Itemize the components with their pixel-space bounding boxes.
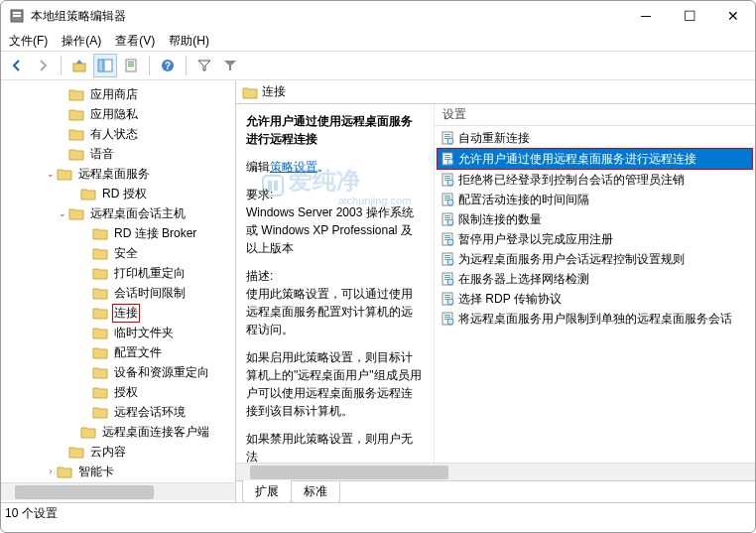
tree-expand-icon[interactable] [57,148,68,160]
minimize-button[interactable]: ─ [624,1,668,31]
close-button[interactable]: ✕ [711,1,755,31]
help-button[interactable]: ? [156,54,180,77]
tree-label: 临时文件夹 [112,324,176,342]
menu-help[interactable]: 帮助(H) [169,33,209,50]
maximize-button[interactable]: ☐ [668,1,711,31]
tree-expand-icon[interactable] [80,366,92,378]
settings-column-header[interactable]: 设置 [435,104,755,126]
tree-item[interactable]: 会话时间限制 [1,283,235,303]
tree-label: 语音 [88,145,116,164]
properties-button[interactable] [119,54,143,77]
tree-item[interactable]: ⌄远程桌面会话主机 [1,203,235,223]
filter-options-button[interactable] [192,54,216,77]
tree-label: 安全 [112,244,140,263]
setting-label: 为远程桌面服务用户会话远程控制设置规则 [458,251,685,268]
setting-item[interactable]: 拒绝将已经登录到控制台会话的管理员注销 [437,170,753,190]
tree-expand-icon[interactable] [80,386,92,398]
svg-rect-58 [444,315,450,316]
tree-label: 远程会话环境 [112,403,188,422]
tree-expand-icon[interactable] [57,108,68,120]
content-scrollbar-h[interactable] [236,463,755,480]
tree-expand-icon[interactable] [80,267,92,279]
tree-expand-icon[interactable]: ⌄ [57,207,68,219]
tab-standard[interactable]: 标准 [291,481,340,503]
tree-expand-icon[interactable] [80,406,92,418]
up-button[interactable] [67,54,91,77]
tree-expand-icon[interactable] [80,327,92,338]
toolbar: ? [1,51,755,80]
tree-item[interactable]: 远程桌面连接客户端 [1,422,235,442]
tree-scrollbar-h[interactable] [1,482,235,500]
tree-expand-icon[interactable] [68,426,80,438]
setting-item[interactable]: 选择 RDP 传输协议 [437,289,753,309]
setting-label: 选择 RDP 传输协议 [458,291,562,308]
tree-item[interactable]: 临时文件夹 [1,323,235,342]
tree-item[interactable]: ⌄远程桌面服务 [1,164,235,184]
tree-item[interactable]: 远程会话环境 [1,402,235,422]
window-title: 本地组策略编辑器 [31,8,624,25]
tree-item[interactable]: 有人状态 [1,124,235,144]
tree-item[interactable]: 打印机重定向 [1,263,235,283]
svg-rect-39 [444,237,450,238]
tree-item[interactable]: 配置文件 [1,342,235,362]
svg-rect-5 [104,60,112,71]
forward-button[interactable] [31,54,55,77]
svg-rect-2 [13,15,21,17]
tree-label: 云内容 [88,443,128,462]
tree-item[interactable]: 应用商店 [1,84,235,104]
tree-expand-icon[interactable] [68,188,80,200]
tree-item[interactable]: 连接 [1,303,235,323]
setting-item[interactable]: 为远程桌面服务用户会话远程控制设置规则 [437,249,753,269]
svg-point-21 [447,159,453,165]
svg-rect-48 [444,275,450,276]
tree-expand-icon[interactable] [57,446,68,458]
back-button[interactable] [5,54,29,77]
tree-expand-icon[interactable]: › [45,466,57,477]
svg-point-61 [447,319,453,325]
tree-item[interactable]: 安全 [1,243,235,263]
tree-item[interactable]: 应用隐私 [1,104,235,124]
show-hide-tree-button[interactable] [93,54,117,77]
tree-item[interactable]: 授权 [1,382,235,402]
tree-expand-icon[interactable]: ⌄ [45,168,57,180]
tree-item[interactable]: 云内容 [1,442,235,462]
tree-item[interactable]: RD 授权 [1,184,235,203]
tree-item[interactable]: 语音 [1,144,235,164]
svg-point-46 [447,259,453,265]
setting-item[interactable]: 自动重新连接 [437,128,753,148]
setting-label: 限制连接的数量 [458,211,542,228]
settings-list[interactable]: 自动重新连接允许用户通过使用远程桌面服务进行远程连接拒绝将已经登录到控制台会话的… [435,126,755,331]
tree-item[interactable]: RD 连接 Broker [1,223,235,243]
tree-expand-icon[interactable] [80,227,92,239]
setting-item[interactable]: 将远程桌面服务用户限制到单独的远程桌面服务会话 [437,309,753,329]
svg-rect-9 [128,66,134,67]
menu-action[interactable]: 操作(A) [62,33,101,50]
svg-rect-28 [444,196,450,197]
setting-item[interactable]: 允许用户通过使用远程桌面服务进行远程连接 [437,148,753,170]
svg-point-41 [447,239,453,245]
tree-item[interactable]: 设备和资源重定向 [1,362,235,382]
filter-button[interactable] [218,54,242,77]
tree-expand-icon[interactable] [57,128,68,140]
tree-label: 配置文件 [112,343,164,362]
tree-label: 会话时间限制 [112,284,188,303]
tree-expand-icon[interactable] [57,88,68,100]
setting-item[interactable]: 在服务器上选择网络检测 [437,269,753,289]
svg-point-51 [447,279,453,285]
tree-expand-icon[interactable] [80,287,92,299]
tab-extended[interactable]: 扩展 [242,480,292,503]
setting-item[interactable]: 配置活动连接的时间间隔 [437,190,753,209]
tree[interactable]: 应用商店应用隐私有人状态语音⌄远程桌面服务RD 授权⌄远程桌面会话主机RD 连接… [1,80,235,482]
tree-label: 应用商店 [88,85,140,104]
requirements-text: Windows Server 2003 操作系统或 Windows XP Pro… [246,203,424,257]
tree-item[interactable]: ›智能卡 [1,462,235,481]
tree-expand-icon[interactable] [80,346,92,358]
tree-expand-icon[interactable] [80,247,92,259]
tree-expand-icon[interactable] [80,307,92,319]
setting-item[interactable]: 限制连接的数量 [437,209,753,229]
svg-rect-54 [444,297,450,298]
menu-view[interactable]: 查看(V) [115,33,155,50]
detail-panel: 允许用户通过使用远程桌面服务进行远程连接 编辑策略设置。 要求: Windows… [236,104,435,463]
menu-file[interactable]: 文件(F) [9,33,48,50]
setting-item[interactable]: 暂停用户登录以完成应用注册 [437,229,753,249]
